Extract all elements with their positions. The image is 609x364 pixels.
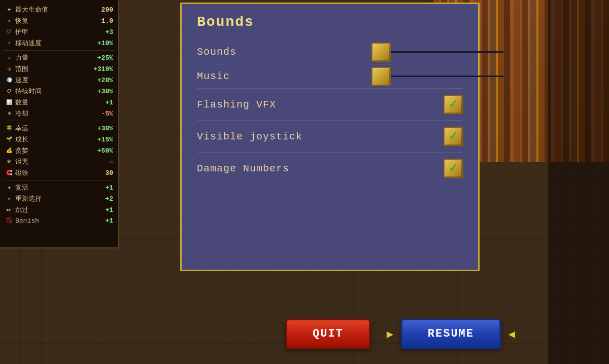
checkmark-icon: ✓ xyxy=(449,98,457,111)
stat-value: +1 xyxy=(105,99,113,106)
stat-value: 200 xyxy=(101,6,113,14)
stat-name: ✦ 恢复 xyxy=(5,16,28,25)
right-wall xyxy=(548,0,609,364)
stat-name: 🍀 幸运 xyxy=(5,124,28,133)
stat-row: ❤ 最大生命值 200 xyxy=(3,4,115,15)
music-slider-container[interactable] xyxy=(371,76,463,77)
growth-icon: 🌱 xyxy=(5,135,13,143)
armor-icon: 🛡 xyxy=(5,28,13,36)
bottom-buttons: QUIT ▶ RESUME ◀ xyxy=(178,319,609,349)
stat-name: ❤ 最大生命值 xyxy=(5,5,48,14)
stat-value: +20% xyxy=(97,77,113,84)
stat-value: +3 xyxy=(105,28,113,36)
options-panel: Bounds Sounds Music Flashing VFX ✓ Visib… xyxy=(180,3,480,271)
damage-numbers-checkbox[interactable]: ✓ xyxy=(444,159,463,178)
stat-value: 1.0 xyxy=(101,17,113,25)
stat-row: 🚫 Banish +1 xyxy=(3,215,115,226)
visible-joystick-checkbox[interactable]: ✓ xyxy=(444,127,463,146)
music-slider-track[interactable] xyxy=(371,76,437,77)
stat-row: ↺ 重新选择 +2 xyxy=(3,193,115,204)
stat-row: 🌱 成长 +15% xyxy=(3,134,115,145)
speed-icon: ⚡ xyxy=(5,39,13,47)
revive-icon: ✚ xyxy=(5,184,13,192)
count-icon: 📊 xyxy=(5,98,13,106)
reroll-icon: ↺ xyxy=(5,195,13,203)
stat-name: 🛡 护甲 xyxy=(5,27,28,37)
stat-name: ◎ 范围 xyxy=(5,64,28,74)
music-slider-line xyxy=(391,76,503,77)
stat-value: +25% xyxy=(97,54,113,62)
stat-name: ❄ 冷却 xyxy=(5,109,28,118)
checkmark-icon: ✓ xyxy=(449,162,457,175)
stat-value: +1 xyxy=(105,217,113,225)
arrow-left-icon: ▶ xyxy=(387,327,393,341)
flashing-vfx-label: Flashing VFX xyxy=(197,99,276,111)
checkmark-icon: ✓ xyxy=(449,130,457,143)
quit-button[interactable]: QUIT xyxy=(286,319,370,349)
sounds-slider-line xyxy=(391,51,503,53)
stat-divider xyxy=(3,50,115,51)
stat-value: 30 xyxy=(105,169,113,177)
stat-name: 🧲 磁铁 xyxy=(5,168,28,177)
luck-icon: 🍀 xyxy=(5,124,13,132)
stat-value: -5% xyxy=(101,110,113,118)
stat-value: +10% xyxy=(97,40,113,47)
power-icon: ⚔ xyxy=(5,54,13,62)
music-slider-thumb[interactable] xyxy=(371,67,391,86)
stat-name: 💨 速度 xyxy=(5,76,28,85)
stats-panel: ❤ 最大生命值 200 ✦ 恢复 1.0 🛡 护甲 +3 ⚡ 移动速度 +10%… xyxy=(0,0,119,248)
options-title: Bounds xyxy=(197,14,463,30)
stat-name: ⏭ 跳过 xyxy=(5,205,28,214)
curse-icon: 👁 xyxy=(5,158,13,166)
visible-joystick-label: Visible joystick xyxy=(197,131,302,142)
stat-name: 🌱 成长 xyxy=(5,135,28,144)
stat-row: ◎ 范围 +310% xyxy=(3,63,115,75)
stat-row: 🧲 磁铁 30 xyxy=(3,167,115,178)
stat-value: — xyxy=(109,158,113,166)
velocity-icon: 💨 xyxy=(5,76,13,84)
visible-joystick-row: Visible joystick ✓ xyxy=(197,121,463,153)
stat-row: ⏱ 持续时间 +30% xyxy=(3,86,115,97)
range-icon: ◎ xyxy=(5,65,13,73)
resume-button[interactable]: RESUME xyxy=(401,319,501,349)
stat-row: ⏭ 跳过 +1 xyxy=(3,204,115,215)
stat-value: +1 xyxy=(105,206,113,214)
stat-value: +30% xyxy=(97,88,113,95)
stat-name: 👁 诅咒 xyxy=(5,157,28,166)
stat-value: +1 xyxy=(105,184,113,192)
stat-row: 💰 贪婪 +50% xyxy=(3,145,115,156)
stat-value: +310% xyxy=(93,65,113,73)
duration-icon: ⏱ xyxy=(5,87,13,95)
flashing-vfx-row: Flashing VFX ✓ xyxy=(197,89,463,121)
sounds-slider-thumb[interactable] xyxy=(371,43,391,62)
music-label: Music xyxy=(197,70,230,82)
stat-name: 📊 数量 xyxy=(5,98,28,107)
stat-divider xyxy=(3,121,115,121)
damage-numbers-row: Damage Numbers ✓ xyxy=(197,153,463,184)
cooldown-icon: ❄ xyxy=(5,110,13,118)
stat-name: ⏱ 持续时间 xyxy=(5,87,42,96)
greed-icon: 💰 xyxy=(5,147,13,155)
stat-row: 💨 速度 +20% xyxy=(3,75,115,86)
stat-row: ✦ 恢复 1.0 xyxy=(3,15,115,26)
sounds-slider-container[interactable] xyxy=(371,51,463,53)
sounds-slider-track[interactable] xyxy=(371,51,437,53)
regen-icon: ✦ xyxy=(5,17,13,25)
skip-icon: ⏭ xyxy=(5,206,13,214)
stat-row: ✚ 复活 +1 xyxy=(3,182,115,193)
quit-button-wrapper: QUIT xyxy=(286,319,370,349)
stat-name: ⚡ 移动速度 xyxy=(5,39,42,48)
stat-name: ↺ 重新选择 xyxy=(5,194,42,203)
stat-value: +2 xyxy=(105,195,113,203)
stat-name: ⚔ 力量 xyxy=(5,53,28,62)
arrow-right-icon: ◀ xyxy=(509,327,515,341)
resume-button-wrapper: ▶ RESUME ◀ xyxy=(401,319,501,349)
stat-divider xyxy=(3,180,115,180)
stat-value: +30% xyxy=(97,125,113,132)
stat-row: 📊 数量 +1 xyxy=(3,97,115,108)
stat-value: +50% xyxy=(97,147,113,155)
flashing-vfx-checkbox[interactable]: ✓ xyxy=(444,95,463,114)
sounds-label: Sounds xyxy=(197,46,236,58)
music-row: Music xyxy=(197,64,463,89)
stat-row: ⚡ 移动速度 +10% xyxy=(3,38,115,49)
